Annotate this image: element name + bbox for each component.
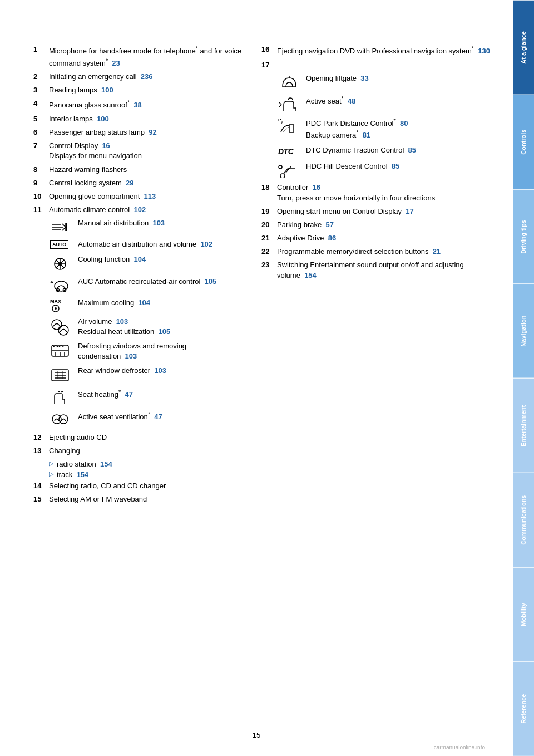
seat-ventilation-icon <box>50 410 78 428</box>
sidebar-tab-driving-tips[interactable]: Driving tips <box>513 189 534 284</box>
icon-list-item: Rear window defroster 103 <box>50 366 245 384</box>
sidebar: At a glance Controls Driving tips Naviga… <box>513 0 534 756</box>
list-item: 12 Ejecting audio CD <box>33 433 245 443</box>
svg-rect-36 <box>289 125 294 132</box>
list-item: 13 Changing <box>33 446 245 456</box>
sidebar-tab-navigation[interactable]: Navigation <box>513 283 534 378</box>
seat-heating-icon <box>50 388 78 406</box>
icon-list-item: Manual air distribution 103 <box>50 218 245 235</box>
icon-list-item: Defrosting windows and removing condensa… <box>50 341 245 361</box>
rear-defrost-icon <box>50 366 78 384</box>
dtc-icon: DTC <box>278 145 306 158</box>
auc-icon: A <box>50 277 78 293</box>
icon-list-item: Opening liftgate 33 <box>278 73 496 90</box>
list-item: 7 Control Display 16Displays for menu na… <box>33 141 245 161</box>
list-item: 6 Passenger airbag status lamp 92 <box>33 127 245 138</box>
list-item: 16 Ejecting navigation DVD with Professi… <box>261 45 496 57</box>
svg-point-17 <box>52 320 62 330</box>
manual-air-icon <box>50 218 78 235</box>
defrost-icon <box>50 341 78 361</box>
svg-point-38 <box>279 165 282 169</box>
list-item: 19 Opening start menu on Control Display… <box>261 207 496 217</box>
sidebar-tab-controls[interactable]: Controls <box>513 95 534 189</box>
icon-list-item: DTC DTC Dynamic Traction Control 85 <box>278 145 496 158</box>
list-item: 1 Microphone for handsfree mode for tele… <box>33 45 245 68</box>
auto-icon: AUTO <box>50 239 78 249</box>
air-volume-icon <box>50 317 78 337</box>
sidebar-tab-communications[interactable]: Communications <box>513 473 534 567</box>
svg-line-35 <box>279 102 281 105</box>
svg-point-16 <box>55 307 57 310</box>
icon-list-item: A AUC Automatic recirculated-air control… <box>50 277 245 293</box>
list-item: 9 Central locking system 29 <box>33 178 245 188</box>
icon-list-item: AUTO Automatic air distribution and volu… <box>50 239 245 249</box>
list-item: 14 Selecting radio, CD and CD changer <box>33 481 245 491</box>
sidebar-tab-at-a-glance[interactable]: At a glance <box>513 0 534 95</box>
list-item: 11 Automatic climate control 102 <box>33 205 245 215</box>
list-item: 17 <box>261 60 496 70</box>
cooling-icon <box>50 254 78 272</box>
icon-list-item: Air volume 103Residual heat utilization … <box>50 317 245 337</box>
list-item: 10 Opening glove compartment 113 <box>33 192 245 202</box>
icon-list-item: MAX Maximum cooling 104 <box>50 298 245 312</box>
list-item: 21 Adaptive Drive 86 <box>261 233 496 243</box>
icon-list-item: Active seat* 48 <box>278 95 496 112</box>
list-item: 5 Interior lamps 100 <box>33 114 245 124</box>
list-item: 3 Reading lamps 100 <box>33 85 245 95</box>
icon-list-item: Active seat ventilation* 47 <box>50 410 245 428</box>
sidebar-tab-entertainment[interactable]: Entertainment <box>513 378 534 473</box>
sidebar-tab-reference[interactable]: Reference <box>513 661 534 756</box>
right-column: 16 Ejecting navigation DVD with Professi… <box>261 45 496 508</box>
svg-point-10 <box>58 262 62 266</box>
list-item: 4 Panorama glass sunroof* 38 <box>33 99 245 111</box>
list-item: 2 Initiating an emergency call 236 <box>33 72 245 82</box>
sidebar-tab-mobility[interactable]: Mobility <box>513 567 534 662</box>
svg-line-34 <box>279 105 281 107</box>
svg-text:A: A <box>50 279 53 284</box>
icon-list-item: HDC Hill Descent Control 85 <box>278 161 496 178</box>
liftgate-icon <box>278 73 306 90</box>
list-item: 8 Hazard warning flashers <box>33 165 245 175</box>
left-column: 1 Microphone for handsfree mode for tele… <box>33 45 245 508</box>
active-seat-icon <box>278 95 306 112</box>
pdc-icon: Py <box>278 117 306 141</box>
list-item: 18 Controller 16Turn, press or move hori… <box>261 183 496 203</box>
list-item: 22 Programmable memory/direct selection … <box>261 247 496 257</box>
hdc-icon <box>278 161 306 178</box>
list-item: 15 Selecting AM or FM waveband <box>33 494 245 504</box>
list-item: 23 Switching Entertainment sound output … <box>261 260 496 280</box>
icon-list-item: Cooling function 104 <box>50 254 245 272</box>
svg-point-18 <box>58 325 68 335</box>
page-number: 15 <box>253 731 260 739</box>
sub-list-item: ▷ track 154 <box>49 470 245 479</box>
icon-list-item: Seat heating* 47 <box>50 388 245 406</box>
sub-list-item: ▷ radio station 154 <box>49 460 245 468</box>
svg-point-37 <box>280 174 285 178</box>
max-icon: MAX <box>50 298 78 312</box>
list-item: 20 Parking brake 57 <box>261 220 496 230</box>
watermark: carmanualonline.info <box>434 744 485 750</box>
icon-list-item: Py PDC Park Distance Control* 80Backup c… <box>278 117 496 141</box>
